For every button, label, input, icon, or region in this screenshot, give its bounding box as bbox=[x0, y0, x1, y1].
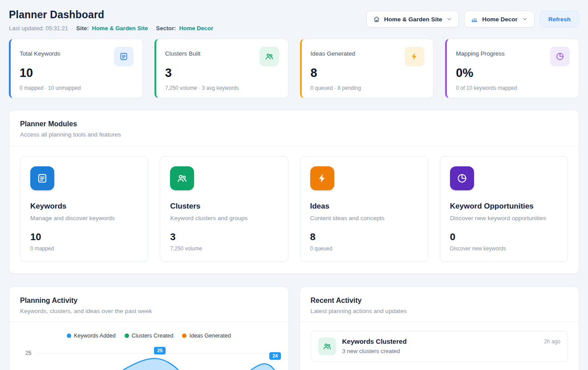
planner-modules-section: Planner Modules Access all planning tool… bbox=[9, 110, 579, 274]
stat-sub: 0 of 10 keywords mapped bbox=[456, 85, 570, 91]
chevron-down-icon bbox=[522, 16, 528, 22]
bolt-icon bbox=[405, 47, 424, 66]
modules-section-title: Planner Modules bbox=[20, 120, 568, 128]
legend-item-clusters-created: Clusters Created bbox=[125, 333, 174, 339]
legend-label: Clusters Created bbox=[132, 333, 174, 339]
stat-sub: 0 mapped · 10 unmapped bbox=[20, 85, 134, 91]
activity-item-description: 3 new clusters created bbox=[342, 348, 407, 354]
modules-row: Keywords Manage and discover keywords 10… bbox=[20, 156, 568, 262]
recent-activity-title: Recent Activity bbox=[311, 297, 568, 305]
page-title: Planner Dashboard bbox=[9, 9, 213, 21]
stats-row: Total Keywords 10 0 mapped · 10 unmapped… bbox=[9, 39, 579, 98]
activity-item-time: 2h ago bbox=[544, 338, 560, 345]
planning-activity-title: Planning Activity bbox=[20, 297, 278, 305]
chart-legend: Keywords Added Clusters Created Ideas Ge… bbox=[20, 333, 278, 339]
planning-activity-chart: 25 25 24 bbox=[20, 342, 278, 370]
last-updated-text: Last updated: 05:31:21 bbox=[9, 25, 68, 32]
sector-selector-label: Home Decor bbox=[482, 16, 518, 23]
site-label: Site: bbox=[76, 25, 89, 32]
bolt-icon bbox=[310, 166, 334, 190]
module-card-ideas[interactable]: Ideas Content ideas and concepts 8 0 que… bbox=[300, 156, 428, 262]
legend-label: Ideas Generated bbox=[189, 333, 231, 339]
module-title: Keywords bbox=[30, 202, 138, 211]
module-sub: Discover new keywords bbox=[450, 245, 558, 252]
module-value: 3 bbox=[170, 231, 278, 243]
stat-value: 3 bbox=[165, 66, 279, 80]
stat-label: Total Keywords bbox=[20, 50, 61, 57]
sector-selector-dropdown[interactable]: Home Decor bbox=[464, 11, 535, 28]
activity-item-title: Keywords Clustered bbox=[342, 338, 407, 345]
header-left: Planner Dashboard Last updated: 05:31:21… bbox=[9, 9, 213, 32]
document-icon bbox=[114, 47, 134, 66]
module-sub: 0 queued bbox=[310, 245, 418, 252]
module-title: Clusters bbox=[170, 202, 278, 211]
stat-card-ideas-generated: Ideas Generated 8 0 queued · 8 pending bbox=[300, 39, 434, 98]
point-label-badge: 24 bbox=[269, 352, 281, 360]
divider bbox=[9, 322, 288, 322]
header-meta: Last updated: 05:31:21 · Site: Home & Ga… bbox=[9, 25, 213, 32]
module-title: Ideas bbox=[310, 202, 418, 211]
planning-activity-card: Planning Activity Keywords, clusters, an… bbox=[9, 286, 289, 370]
stat-value: 8 bbox=[311, 66, 425, 80]
meta-separator-2: · bbox=[151, 25, 153, 32]
stat-card-clusters-built: Clusters Built 3 7,250 volume · 3 avg ke… bbox=[154, 39, 288, 98]
modules-section-subtitle: Access all planning tools and features bbox=[20, 131, 568, 138]
module-value: 10 bbox=[30, 231, 138, 243]
module-description: Keyword clusters and groups bbox=[170, 215, 278, 221]
site-icon bbox=[373, 16, 380, 23]
bottom-row: Planning Activity Keywords, clusters, an… bbox=[9, 286, 579, 370]
users-icon bbox=[260, 47, 279, 66]
divider bbox=[9, 146, 579, 146]
site-selector-dropdown[interactable]: Home & Garden Site bbox=[366, 11, 459, 28]
stat-value: 0% bbox=[456, 66, 570, 80]
users-icon bbox=[170, 166, 194, 190]
module-description: Discover new keyword opportunities bbox=[450, 215, 558, 221]
stat-label: Ideas Generated bbox=[311, 50, 356, 57]
bar-chart-icon bbox=[471, 16, 478, 23]
module-sub: 0 mapped bbox=[30, 245, 138, 252]
legend-item-ideas-generated: Ideas Generated bbox=[182, 333, 231, 339]
pie-icon bbox=[550, 47, 570, 66]
pie-icon bbox=[450, 166, 474, 190]
module-sub: 7,250 volume bbox=[170, 245, 278, 252]
recent-activity-subtitle: Latest planning actions and updates bbox=[311, 308, 568, 314]
page-header: Planner Dashboard Last updated: 05:31:21… bbox=[9, 9, 579, 32]
stat-sub: 7,250 volume · 3 avg keywords bbox=[165, 85, 279, 91]
meta-separator: · bbox=[71, 25, 73, 32]
chevron-down-icon bbox=[446, 16, 452, 22]
legend-label: Keywords Added bbox=[74, 333, 116, 339]
planner-dashboard-page: Planner Dashboard Last updated: 05:31:21… bbox=[0, 0, 588, 370]
activity-item-text: Keywords Clustered 3 new clusters create… bbox=[342, 338, 407, 354]
activity-item-keywords-clustered: Keywords Clustered 3 new clusters create… bbox=[311, 331, 568, 362]
sector-label: Sector: bbox=[156, 25, 176, 32]
module-value: 0 bbox=[450, 231, 558, 243]
legend-dot-orange bbox=[182, 334, 187, 338]
stat-card-total-keywords: Total Keywords 10 0 mapped · 10 unmapped bbox=[9, 39, 143, 98]
stat-value: 10 bbox=[20, 66, 134, 80]
recent-activity-card: Recent Activity Latest planning actions … bbox=[300, 286, 580, 370]
point-label-badge: 25 bbox=[154, 347, 166, 354]
users-icon bbox=[318, 338, 336, 355]
legend-dot-blue bbox=[67, 334, 71, 338]
planning-activity-subtitle: Keywords, clusters, and ideas over the p… bbox=[20, 308, 278, 314]
document-icon bbox=[30, 166, 54, 190]
stat-sub: 0 queued · 8 pending bbox=[311, 85, 425, 91]
sector-link[interactable]: Home Decor bbox=[179, 25, 213, 32]
site-selector-label: Home & Garden Site bbox=[384, 16, 442, 23]
y-axis-tick: 25 bbox=[25, 350, 31, 356]
refresh-button[interactable]: Refresh bbox=[540, 11, 579, 28]
module-description: Manage and discover keywords bbox=[30, 215, 138, 221]
module-value: 8 bbox=[310, 231, 418, 243]
stat-label: Mapping Progress bbox=[456, 50, 505, 57]
module-card-keyword-opportunities[interactable]: Keyword Opportunities Discover new keywo… bbox=[440, 156, 568, 262]
header-controls: Home & Garden Site Home Decor Refresh bbox=[366, 11, 579, 28]
module-title: Keyword Opportunities bbox=[450, 202, 558, 211]
stat-label: Clusters Built bbox=[165, 50, 201, 57]
module-description: Content ideas and concepts bbox=[310, 215, 418, 221]
divider bbox=[300, 322, 579, 322]
legend-dot-green bbox=[125, 334, 129, 338]
module-card-clusters[interactable]: Clusters Keyword clusters and groups 3 7… bbox=[160, 156, 288, 262]
module-card-keywords[interactable]: Keywords Manage and discover keywords 10… bbox=[20, 156, 148, 262]
stat-card-mapping-progress: Mapping Progress 0% 0 of 10 keywords map… bbox=[445, 39, 579, 98]
site-link[interactable]: Home & Garden Site bbox=[92, 25, 148, 32]
